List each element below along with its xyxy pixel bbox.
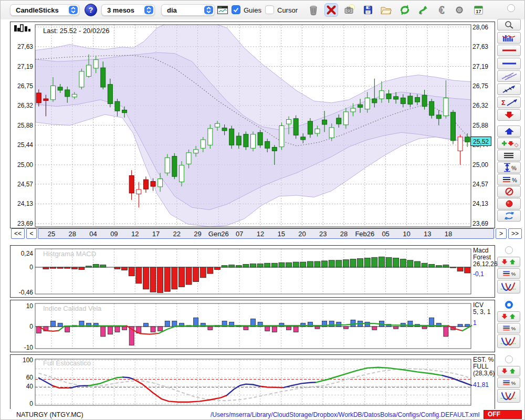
price-axis-label: 26,75	[472, 82, 495, 90]
date-tick-label: 10	[403, 230, 410, 238]
svg-text:17: 17	[476, 9, 481, 14]
interval-select[interactable]: dia	[161, 4, 215, 16]
open-folder-icon[interactable]	[379, 3, 393, 17]
price-axis-label: 27,63	[472, 43, 495, 50]
date-tick-label: 05	[382, 230, 389, 238]
price-axis-label: 23,69	[11, 220, 33, 227]
date-tick-label: 13	[424, 230, 431, 238]
stoch-label: EST. %FULL(28,3,6)	[473, 356, 495, 377]
icv-curve-button[interactable]	[497, 334, 520, 348]
guies-checkbox[interactable]	[232, 5, 240, 14]
signals-tool[interactable]	[497, 138, 521, 149]
settings-gear-icon[interactable]	[453, 3, 466, 17]
icv-percent-button[interactable]: %	[497, 323, 520, 333]
stoch-axis-40: 40	[11, 383, 33, 390]
date-tick-label: 28	[69, 230, 76, 238]
date-tick-label: 15	[277, 230, 285, 238]
euro-icon[interactable]: €	[435, 3, 448, 17]
svg-text:€: €	[439, 4, 444, 16]
arrow-up-tool[interactable]	[497, 125, 521, 137]
trash-icon[interactable]	[307, 3, 320, 17]
stoch-arrows-button[interactable]	[497, 366, 520, 376]
date-tick-label: 12	[257, 230, 264, 238]
date-tick-label: Gen26	[208, 230, 229, 238]
percent-lines-tool[interactable]: %	[497, 174, 521, 185]
status-bar: NATURGY (NTGY.MC) /Users/mserra/Library/…	[1, 409, 525, 420]
candlestick-plot[interactable]	[10, 22, 495, 228]
disable-tool[interactable]	[497, 186, 521, 197]
stoch-radio[interactable]	[505, 355, 513, 363]
refresh-icon[interactable]	[398, 3, 412, 17]
price-axis-label: 24,57	[11, 181, 33, 188]
levels-tool[interactable]	[497, 150, 521, 161]
macd-value: -0,1	[473, 270, 484, 278]
channel-tool[interactable]	[497, 70, 521, 82]
price-axis-label: 24,57	[472, 181, 495, 188]
icv-title: Indice Calidad Vela	[43, 304, 101, 312]
macd-percent-button[interactable]: %	[497, 268, 520, 279]
nav-last-button[interactable]: >>	[508, 228, 522, 239]
price-axis-label: 24,13	[11, 200, 33, 207]
date-axis-strip[interactable]: 2528040912172229Gen26071215202328Feb2605…	[38, 228, 494, 239]
svg-text:%: %	[511, 165, 517, 171]
date-tick-label: 29	[194, 230, 201, 238]
chart-type-value: CandleSticks	[16, 6, 59, 14]
save-icon[interactable]	[361, 3, 375, 17]
delete-x-icon[interactable]	[324, 3, 338, 17]
chevron-updown-icon	[204, 6, 213, 14]
price-axis-label: 27,19	[11, 63, 33, 70]
price-axis-label: 26,32	[11, 102, 33, 109]
help-icon[interactable]: ?	[85, 4, 97, 16]
macd-panel: Histgrama MACD 0,24 0 -0,46 MacdForest26…	[10, 245, 495, 298]
period-value: 3 mesos	[107, 6, 134, 14]
cursor-checkbox[interactable]	[265, 5, 274, 14]
macd-arrows-button[interactable]	[497, 257, 520, 267]
sync-tool[interactable]	[497, 210, 521, 222]
stoch-axis-0: 0	[11, 400, 33, 407]
off-button[interactable]: OFF	[484, 410, 522, 419]
vertical-measure-tool[interactable]: %	[497, 162, 521, 173]
nav-first-button[interactable]: <<	[11, 228, 25, 239]
arrow-down-tool[interactable]	[497, 109, 521, 121]
stoch-axis-100: 100	[11, 356, 33, 364]
sum-trend-tool[interactable]: Σ	[497, 97, 521, 108]
axis-label-partial: 28,06	[472, 24, 495, 31]
icv-radio[interactable]	[505, 301, 513, 309]
macd-radio[interactable]	[505, 246, 513, 254]
macd-axis-bottom: -0,46	[11, 289, 33, 296]
nav-prev-button[interactable]: <	[26, 228, 37, 239]
trend-arrow-tool[interactable]	[497, 83, 521, 95]
stoch-percent-button[interactable]: %	[497, 377, 520, 388]
guies-label: Guies	[244, 6, 261, 14]
zoom-tool[interactable]	[497, 19, 521, 30]
icv-arrows-button[interactable]	[497, 311, 520, 322]
period-select[interactable]: 3 mesos	[101, 4, 155, 16]
toolbar: CandleSticks ? 3 mesos dia Guies Cursor	[1, 1, 525, 19]
svg-text:Σ: Σ	[501, 99, 506, 107]
date-tick-label: 07	[236, 230, 243, 238]
macd-curve-button[interactable]	[497, 280, 520, 293]
chart-type-select[interactable]: CandleSticks	[10, 4, 79, 16]
config-path: /Users/mserra/Library/CloudStorage/Dropb…	[211, 411, 457, 418]
toolbar-radio[interactable]	[507, 4, 515, 12]
main-chart-panel: Last: 25.52 - 20/02/26 27,6327,1926,7526…	[10, 22, 495, 228]
macd-label: MacdForest26,12,26	[473, 247, 498, 268]
blue-line-tool[interactable]	[497, 58, 521, 69]
macd-title: Histgrama MACD	[43, 250, 96, 258]
camera-icon[interactable]	[342, 3, 356, 17]
date-tick-label: 09	[110, 230, 118, 238]
chart-window-icon[interactable]	[216, 3, 229, 17]
stoch-curve-button[interactable]	[497, 389, 520, 403]
undo-icon[interactable]	[416, 3, 429, 17]
indicator-chart-tool[interactable]	[497, 32, 521, 44]
chevron-updown-icon	[69, 6, 78, 14]
icv-label: ICV5, 3, 1	[473, 302, 490, 316]
calendar-icon[interactable]: 17	[471, 3, 485, 17]
histogram-icon[interactable]	[14, 24, 33, 35]
svg-text:%: %	[512, 177, 517, 183]
red-line-tool[interactable]	[497, 45, 521, 56]
icv-axis-top: 10	[11, 302, 33, 310]
nav-next-button[interactable]: >	[496, 228, 507, 239]
date-tick-label: 18	[445, 230, 452, 238]
record-tool[interactable]	[497, 198, 521, 209]
